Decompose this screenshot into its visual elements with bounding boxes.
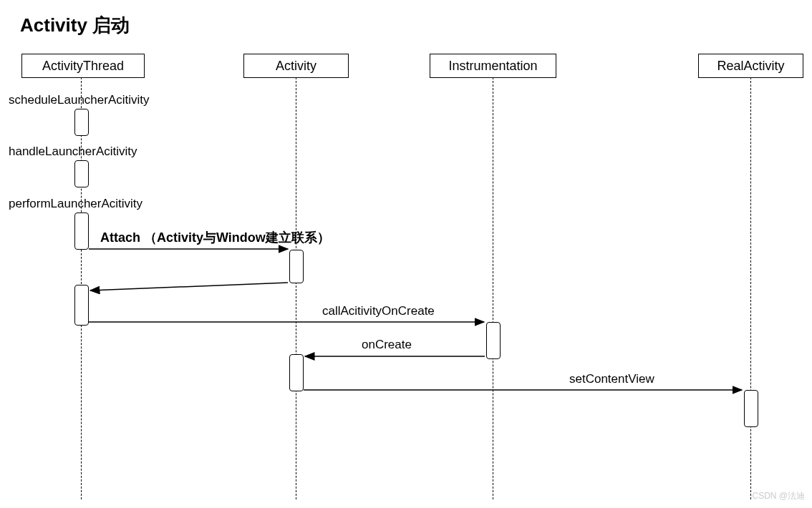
msg-setcontentview: setContentView	[569, 372, 654, 386]
activation-instrumentation	[486, 322, 501, 359]
lifeline-instrumentation	[493, 77, 493, 499]
activation-activity-oncreate	[289, 354, 304, 391]
participant-activity: Activity	[243, 54, 349, 78]
msg-handle-launcher: handleLauncherAcitivity	[9, 145, 137, 159]
activation-handle	[74, 160, 89, 187]
svg-line-1	[90, 283, 288, 290]
activation-perform	[74, 213, 89, 250]
participant-activitythread: ActivityThread	[21, 54, 145, 78]
msg-call-oncreate: callAcitivityOnCreate	[322, 304, 435, 318]
lifeline-activity	[296, 77, 296, 499]
activation-thread-return	[74, 285, 89, 326]
activation-activity-attach	[289, 250, 304, 283]
activation-schedule	[74, 109, 89, 136]
watermark: CSDN @法迪	[752, 490, 805, 502]
participant-instrumentation: Instrumentation	[430, 54, 556, 78]
lifeline-realactivity	[750, 77, 751, 499]
diagram-title: Activity 启动	[20, 13, 130, 38]
participant-realactivity: RealActivity	[698, 54, 803, 78]
msg-oncreate: onCreate	[362, 338, 412, 352]
msg-attach: Attach （Activity与Window建立联系）	[100, 229, 330, 246]
activation-realactivity	[744, 390, 758, 427]
msg-schedule-launcher: scheduleLauncherAcitivity	[9, 93, 150, 107]
msg-perform-launcher: performLauncherAcitivity	[9, 197, 142, 211]
